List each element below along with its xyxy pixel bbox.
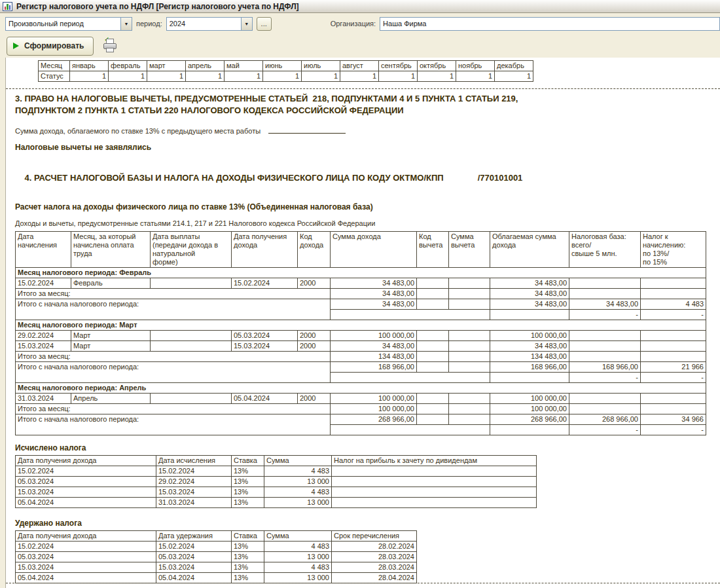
- group-header-row: Месяц налогового периода: Февраль: [16, 268, 706, 278]
- column-header: Дата начисления: [16, 232, 71, 268]
- table-cell: 4 483: [641, 299, 706, 310]
- period-type-select[interactable]: Произвольный период ▼: [5, 17, 132, 31]
- data-row: 15.02.202415.02.202413%4 483: [16, 466, 537, 477]
- status-row-label: Месяц: [39, 61, 70, 71]
- status-value-cell: 1: [302, 71, 340, 82]
- data-cell: [569, 394, 641, 404]
- table-cell: 268 966,00: [490, 414, 569, 425]
- data-cell: 4 483: [264, 562, 332, 573]
- data-cell: 15.02.2024: [156, 542, 232, 552]
- period-type-value: Произвольный период: [6, 18, 120, 30]
- period-select[interactable]: 2024 ▼: [166, 17, 253, 31]
- data-cell: Февраль: [71, 278, 151, 289]
- data-cell: [569, 341, 641, 352]
- data-cell: 15.03.2024: [16, 341, 71, 352]
- table-cell: [331, 373, 490, 383]
- organization-input[interactable]: Наша Фирма: [380, 17, 720, 31]
- column-header: Сумма: [264, 531, 332, 542]
- data-cell: 15.03.2024: [156, 487, 232, 498]
- chevron-down-icon[interactable]: ▼: [241, 18, 252, 30]
- status-value-cell: 1: [186, 71, 225, 82]
- data-cell: [569, 331, 641, 341]
- data-cell: 29.02.2024: [16, 331, 71, 341]
- withheld-tax-title: Удержано налога: [15, 519, 720, 528]
- column-header: Дата получения дохода: [16, 531, 156, 542]
- month-group-header: Месяц налогового периода: Февраль: [16, 268, 706, 278]
- data-cell: 13%: [232, 498, 264, 508]
- status-value-cell: 1: [147, 71, 186, 82]
- month-header-cell: август: [340, 61, 379, 71]
- window-title: Регистр налогового учета по НДФЛ [Регист…: [16, 2, 299, 11]
- period-total-row: Итого с начала налогового периода:34 483…: [16, 299, 706, 310]
- report-chart-icon: [3, 2, 12, 11]
- data-cell: 2000: [298, 331, 331, 341]
- section4-subtitle: Расчет налога на доходы физического лица…: [15, 202, 720, 211]
- status-value-cell: 1: [70, 71, 109, 82]
- status-value-cell: 1: [495, 71, 533, 82]
- data-cell: 05.04.2024: [232, 394, 298, 404]
- oktmo-kpp-value: /770101001: [478, 173, 523, 183]
- month-header-cell: март: [147, 61, 186, 71]
- data-cell: 28.02.2024: [332, 542, 417, 552]
- data-row: 15.02.2024Февраль15.02.2024200034 483,00…: [16, 278, 706, 289]
- column-header: Дата получения дохода: [16, 456, 156, 466]
- data-row: 29.02.2024Март05.03.20242000100 000,0010…: [16, 331, 706, 341]
- month-total-row: Итого за месяц:100 000,00100 000,00: [16, 404, 706, 414]
- data-cell: [449, 394, 490, 404]
- group-header-row: Месяц налогового периода: Март: [16, 320, 706, 331]
- month-total-label: Итого за месяц:: [16, 289, 331, 299]
- data-row: 15.02.202415.02.202413%4 48328.02.2024: [16, 542, 417, 552]
- toolbar: Произвольный период ▼ период: 2024 ▼ ...…: [0, 13, 720, 34]
- data-cell: 05.04.2024: [16, 573, 156, 583]
- data-cell: 100 000,00: [331, 331, 417, 341]
- generate-button[interactable]: Сформировать: [7, 37, 94, 56]
- table-cell: [449, 362, 490, 373]
- data-cell: [641, 394, 706, 404]
- chevron-down-icon[interactable]: ▼: [120, 18, 132, 30]
- data-cell: 28.03.2024: [332, 562, 417, 573]
- data-cell: 28.04.2024: [332, 573, 417, 583]
- window-titlebar[interactable]: Регистр налогового учета по НДФЛ [Регист…: [0, 0, 720, 13]
- month-header-cell: сентябрь: [379, 61, 418, 71]
- month-header-cell: июль: [302, 61, 340, 71]
- table-cell: [449, 414, 490, 425]
- status-values-row: Статус 111111111111: [39, 71, 533, 82]
- data-cell: 4 483: [264, 487, 332, 498]
- month-header-cell: ноябрь: [456, 61, 495, 71]
- calculated-tax-title: Исчислено налога: [15, 443, 720, 452]
- data-cell: 4 483: [264, 466, 332, 477]
- column-header: Сумма дохода: [331, 232, 417, 268]
- data-cell: [151, 331, 232, 341]
- report-page: Месяц январьфевральмартапрельмайиюньиюль…: [5, 58, 720, 588]
- table-cell: 134 483,00: [490, 352, 569, 362]
- column-header: Ставка: [232, 456, 264, 466]
- table-cell: 34 966: [641, 414, 706, 425]
- header-row: Дата получения доходаДата исчисленияСтав…: [16, 456, 537, 466]
- data-row: 05.03.202429.02.202413%13 000: [16, 477, 537, 487]
- column-header: Облагаемая сумма дохода: [490, 232, 569, 268]
- section3-title: 3. ПРАВО НА НАЛОГОВЫЕ ВЫЧЕТЫ, ПРЕДУСМОТР…: [15, 93, 720, 117]
- data-cell: [151, 278, 232, 289]
- table-cell: 268 966,00: [569, 414, 641, 425]
- month-header-cell: октябрь: [418, 61, 456, 71]
- data-row: 15.03.202415.03.202413%4 483: [16, 487, 537, 498]
- table-cell: 168 966,00: [490, 362, 569, 373]
- table-cell: [417, 404, 449, 414]
- table-cell: -: [641, 373, 706, 383]
- data-cell: [151, 341, 232, 352]
- data-cell: 13%: [232, 477, 264, 487]
- data-cell: 15.02.2024: [156, 466, 232, 477]
- organization-label: Организация:: [331, 20, 376, 28]
- data-cell: 15.02.2024: [16, 542, 156, 552]
- table-cell: [490, 425, 569, 435]
- print-button[interactable]: ✓: [101, 38, 118, 54]
- data-cell: 4 483: [264, 542, 332, 552]
- data-cell: 13%: [232, 573, 264, 583]
- period-picker-button[interactable]: ...: [257, 17, 272, 31]
- table-cell: 34 483,00: [490, 299, 569, 310]
- data-cell: 15.03.2024: [16, 487, 156, 498]
- section4-title: 4. РАСЧЕТ НАЛОГОВОЙ БАЗЫ И НАЛОГА НА ДОХ…: [15, 160, 720, 196]
- table-cell: 168 966,00: [331, 362, 417, 373]
- data-cell: 2000: [298, 394, 331, 404]
- data-cell: [417, 278, 449, 289]
